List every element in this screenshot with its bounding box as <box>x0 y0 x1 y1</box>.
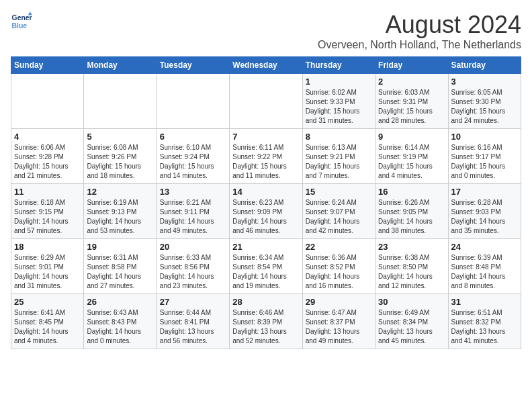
header-friday: Friday <box>375 57 448 74</box>
day-number: 8 <box>306 132 372 142</box>
day-info: Sunrise: 6:02 AM Sunset: 9:33 PM Dayligh… <box>306 88 372 126</box>
calendar-cell: 9Sunrise: 6:14 AM Sunset: 9:19 PM Daylig… <box>375 129 448 184</box>
day-number: 15 <box>306 187 372 197</box>
calendar-cell: 30Sunrise: 6:49 AM Sunset: 8:34 PM Dayli… <box>375 294 448 349</box>
day-info: Sunrise: 6:08 AM Sunset: 9:26 PM Dayligh… <box>87 143 153 181</box>
day-info: Sunrise: 6:36 AM Sunset: 8:52 PM Dayligh… <box>306 253 372 291</box>
header-wednesday: Wednesday <box>230 57 302 74</box>
day-number: 4 <box>14 132 81 142</box>
day-info: Sunrise: 6:44 AM Sunset: 8:41 PM Dayligh… <box>160 308 226 346</box>
calendar-cell: 17Sunrise: 6:28 AM Sunset: 9:03 PM Dayli… <box>448 184 521 239</box>
calendar-cell: 8Sunrise: 6:13 AM Sunset: 9:21 PM Daylig… <box>302 129 375 184</box>
day-number: 21 <box>232 242 299 252</box>
calendar-cell <box>11 74 84 129</box>
calendar-week-row: 18Sunrise: 6:29 AM Sunset: 9:01 PM Dayli… <box>11 239 521 294</box>
header-thursday: Thursday <box>302 57 375 74</box>
day-number: 31 <box>451 297 518 307</box>
day-number: 24 <box>451 242 518 252</box>
day-number: 30 <box>378 297 445 307</box>
calendar-cell: 25Sunrise: 6:41 AM Sunset: 8:45 PM Dayli… <box>11 294 84 349</box>
day-info: Sunrise: 6:28 AM Sunset: 9:03 PM Dayligh… <box>451 198 518 236</box>
day-info: Sunrise: 6:10 AM Sunset: 9:24 PM Dayligh… <box>160 143 226 181</box>
calendar-cell: 15Sunrise: 6:24 AM Sunset: 9:07 PM Dayli… <box>302 184 375 239</box>
month-year: August 2024 <box>318 11 521 39</box>
day-number: 26 <box>87 297 153 307</box>
day-number: 28 <box>232 297 299 307</box>
day-number: 22 <box>306 242 372 252</box>
calendar-cell: 5Sunrise: 6:08 AM Sunset: 9:26 PM Daylig… <box>84 129 157 184</box>
day-info: Sunrise: 6:06 AM Sunset: 9:28 PM Dayligh… <box>14 143 81 181</box>
day-number: 2 <box>378 77 445 87</box>
calendar-cell: 10Sunrise: 6:16 AM Sunset: 9:17 PM Dayli… <box>448 129 521 184</box>
day-info: Sunrise: 6:11 AM Sunset: 9:22 PM Dayligh… <box>232 143 299 181</box>
calendar-cell: 7Sunrise: 6:11 AM Sunset: 9:22 PM Daylig… <box>230 129 302 184</box>
calendar-cell: 2Sunrise: 6:03 AM Sunset: 9:31 PM Daylig… <box>375 74 448 129</box>
logo: General Blue General Blue <box>11 11 32 32</box>
day-number: 11 <box>14 187 81 197</box>
calendar-cell: 24Sunrise: 6:39 AM Sunset: 8:48 PM Dayli… <box>448 239 521 294</box>
day-number: 12 <box>87 187 153 197</box>
calendar-cell: 13Sunrise: 6:21 AM Sunset: 9:11 PM Dayli… <box>157 184 229 239</box>
calendar-cell: 21Sunrise: 6:34 AM Sunset: 8:54 PM Dayli… <box>230 239 302 294</box>
day-number: 13 <box>160 187 226 197</box>
day-info: Sunrise: 6:51 AM Sunset: 8:32 PM Dayligh… <box>451 308 518 346</box>
header-sunday: Sunday <box>11 57 84 74</box>
day-number: 3 <box>451 77 518 87</box>
calendar-cell <box>230 74 302 129</box>
day-info: Sunrise: 6:38 AM Sunset: 8:50 PM Dayligh… <box>378 253 445 291</box>
day-number: 23 <box>378 242 445 252</box>
header-monday: Monday <box>84 57 157 74</box>
svg-text:Blue: Blue <box>12 22 28 30</box>
day-info: Sunrise: 6:39 AM Sunset: 8:48 PM Dayligh… <box>451 253 518 291</box>
logo-icon: General Blue <box>11 11 32 32</box>
day-info: Sunrise: 6:43 AM Sunset: 8:43 PM Dayligh… <box>87 308 153 346</box>
day-number: 9 <box>378 132 445 142</box>
header-tuesday: Tuesday <box>157 57 229 74</box>
day-info: Sunrise: 6:29 AM Sunset: 9:01 PM Dayligh… <box>14 253 81 291</box>
location: Overveen, North Holland, The Netherlands <box>318 39 521 51</box>
calendar-cell <box>84 74 157 129</box>
calendar-cell <box>157 74 229 129</box>
day-info: Sunrise: 6:41 AM Sunset: 8:45 PM Dayligh… <box>14 308 81 346</box>
day-info: Sunrise: 6:31 AM Sunset: 8:58 PM Dayligh… <box>87 253 153 291</box>
calendar-cell: 28Sunrise: 6:46 AM Sunset: 8:39 PM Dayli… <box>230 294 302 349</box>
page-header: General Blue General Blue August 2024 Ov… <box>11 11 521 51</box>
calendar-cell: 18Sunrise: 6:29 AM Sunset: 9:01 PM Dayli… <box>11 239 84 294</box>
calendar-table: Sunday Monday Tuesday Wednesday Thursday… <box>11 56 521 349</box>
day-number: 10 <box>451 132 518 142</box>
day-info: Sunrise: 6:46 AM Sunset: 8:39 PM Dayligh… <box>232 308 299 346</box>
day-info: Sunrise: 6:16 AM Sunset: 9:17 PM Dayligh… <box>451 143 518 181</box>
title-block: August 2024 Overveen, North Holland, The… <box>318 11 521 51</box>
day-info: Sunrise: 6:21 AM Sunset: 9:11 PM Dayligh… <box>160 198 226 236</box>
svg-marker-2 <box>28 12 32 15</box>
day-info: Sunrise: 6:23 AM Sunset: 9:09 PM Dayligh… <box>232 198 299 236</box>
day-number: 1 <box>306 77 372 87</box>
calendar-cell: 14Sunrise: 6:23 AM Sunset: 9:09 PM Dayli… <box>230 184 302 239</box>
calendar-cell: 20Sunrise: 6:33 AM Sunset: 8:56 PM Dayli… <box>157 239 229 294</box>
day-number: 18 <box>14 242 81 252</box>
calendar-cell: 12Sunrise: 6:19 AM Sunset: 9:13 PM Dayli… <box>84 184 157 239</box>
weekday-header-row: Sunday Monday Tuesday Wednesday Thursday… <box>11 57 521 74</box>
calendar-cell: 31Sunrise: 6:51 AM Sunset: 8:32 PM Dayli… <box>448 294 521 349</box>
day-info: Sunrise: 6:24 AM Sunset: 9:07 PM Dayligh… <box>306 198 372 236</box>
header-saturday: Saturday <box>448 57 521 74</box>
calendar-header: Sunday Monday Tuesday Wednesday Thursday… <box>11 57 521 74</box>
calendar-week-row: 25Sunrise: 6:41 AM Sunset: 8:45 PM Dayli… <box>11 294 521 349</box>
calendar-cell: 23Sunrise: 6:38 AM Sunset: 8:50 PM Dayli… <box>375 239 448 294</box>
day-number: 14 <box>232 187 299 197</box>
calendar-week-row: 4Sunrise: 6:06 AM Sunset: 9:28 PM Daylig… <box>11 129 521 184</box>
calendar-cell: 3Sunrise: 6:05 AM Sunset: 9:30 PM Daylig… <box>448 74 521 129</box>
day-number: 20 <box>160 242 226 252</box>
day-info: Sunrise: 6:03 AM Sunset: 9:31 PM Dayligh… <box>378 88 445 126</box>
day-number: 25 <box>14 297 81 307</box>
calendar-cell: 22Sunrise: 6:36 AM Sunset: 8:52 PM Dayli… <box>302 239 375 294</box>
calendar-cell: 16Sunrise: 6:26 AM Sunset: 9:05 PM Dayli… <box>375 184 448 239</box>
calendar-week-row: 1Sunrise: 6:02 AM Sunset: 9:33 PM Daylig… <box>11 74 521 129</box>
day-info: Sunrise: 6:26 AM Sunset: 9:05 PM Dayligh… <box>378 198 445 236</box>
day-info: Sunrise: 6:49 AM Sunset: 8:34 PM Dayligh… <box>378 308 445 346</box>
day-number: 7 <box>232 132 299 142</box>
calendar-cell: 29Sunrise: 6:47 AM Sunset: 8:37 PM Dayli… <box>302 294 375 349</box>
calendar-cell: 1Sunrise: 6:02 AM Sunset: 9:33 PM Daylig… <box>302 74 375 129</box>
day-info: Sunrise: 6:13 AM Sunset: 9:21 PM Dayligh… <box>306 143 372 181</box>
calendar-cell: 6Sunrise: 6:10 AM Sunset: 9:24 PM Daylig… <box>157 129 229 184</box>
